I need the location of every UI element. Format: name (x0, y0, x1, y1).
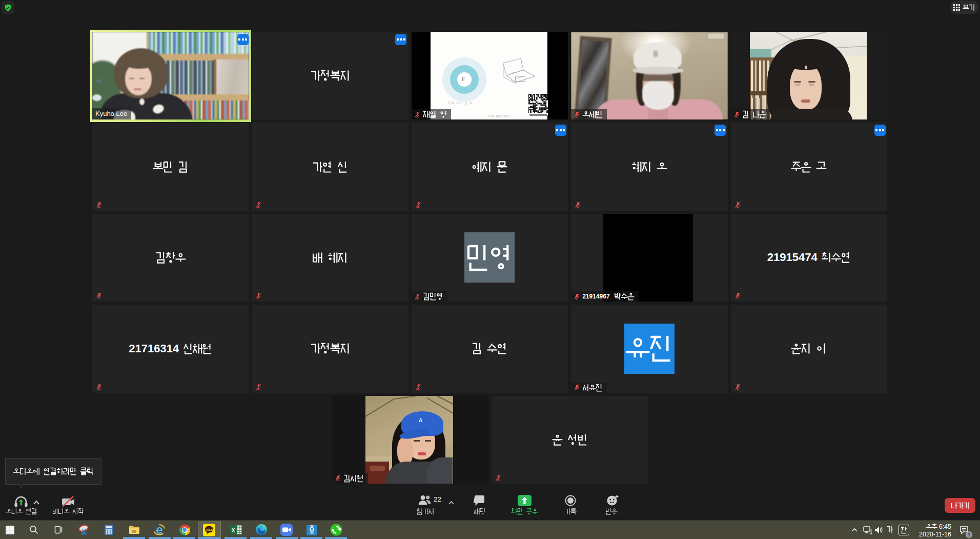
svg-text:TALK: TALK (205, 527, 214, 531)
svg-text:X: X (231, 528, 235, 533)
